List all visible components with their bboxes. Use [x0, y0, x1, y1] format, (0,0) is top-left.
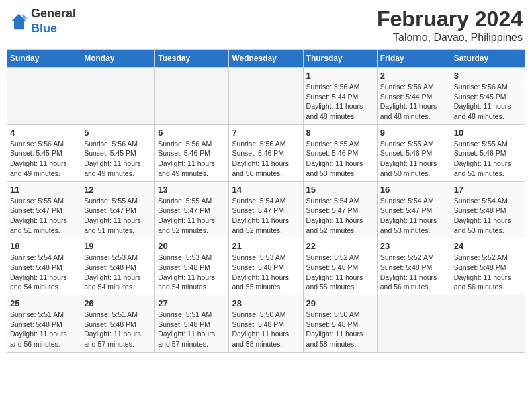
- title-block: February 2024 Talomo, Davao, Philippines: [377, 7, 523, 44]
- day-cell: 14Sunrise: 5:54 AM Sunset: 5:47 PM Dayli…: [229, 181, 303, 238]
- day-info: Sunrise: 5:51 AM Sunset: 5:48 PM Dayligh…: [158, 310, 226, 349]
- day-number: 20: [158, 241, 226, 251]
- day-info: Sunrise: 5:56 AM Sunset: 5:45 PM Dayligh…: [454, 82, 522, 122]
- header-saturday: Saturday: [451, 50, 525, 68]
- day-number: 22: [306, 241, 374, 251]
- day-info: Sunrise: 5:56 AM Sunset: 5:46 PM Dayligh…: [232, 139, 300, 179]
- day-number: 6: [158, 128, 226, 138]
- day-info: Sunrise: 5:53 AM Sunset: 5:48 PM Dayligh…: [84, 253, 152, 292]
- day-number: 3: [454, 71, 522, 81]
- day-number: 11: [10, 185, 78, 195]
- day-number: 9: [380, 128, 448, 138]
- day-cell: 4Sunrise: 5:56 AM Sunset: 5:45 PM Daylig…: [7, 124, 81, 181]
- day-number: 19: [84, 241, 152, 251]
- day-info: Sunrise: 5:56 AM Sunset: 5:45 PM Dayligh…: [10, 139, 78, 179]
- day-cell: [81, 68, 155, 125]
- day-cell: 16Sunrise: 5:54 AM Sunset: 5:47 PM Dayli…: [377, 181, 451, 238]
- day-cell: 11Sunrise: 5:55 AM Sunset: 5:47 PM Dayli…: [7, 181, 81, 238]
- day-cell: [451, 295, 525, 353]
- day-info: Sunrise: 5:55 AM Sunset: 5:46 PM Dayligh…: [454, 139, 522, 179]
- day-number: 5: [84, 128, 152, 138]
- day-info: Sunrise: 5:50 AM Sunset: 5:48 PM Dayligh…: [306, 310, 374, 349]
- day-number: 12: [84, 185, 152, 195]
- day-number: 16: [380, 185, 448, 195]
- day-cell: 29Sunrise: 5:50 AM Sunset: 5:48 PM Dayli…: [303, 295, 377, 353]
- day-number: 13: [158, 185, 226, 195]
- day-info: Sunrise: 5:56 AM Sunset: 5:44 PM Dayligh…: [306, 82, 374, 122]
- day-cell: 24Sunrise: 5:52 AM Sunset: 5:48 PM Dayli…: [451, 238, 525, 295]
- day-info: Sunrise: 5:51 AM Sunset: 5:48 PM Dayligh…: [10, 310, 78, 349]
- day-info: Sunrise: 5:55 AM Sunset: 5:47 PM Dayligh…: [10, 196, 78, 236]
- calendar-table: SundayMondayTuesdayWednesdayThursdayFrid…: [7, 49, 525, 353]
- day-cell: 13Sunrise: 5:55 AM Sunset: 5:47 PM Dayli…: [155, 181, 229, 238]
- day-info: Sunrise: 5:53 AM Sunset: 5:48 PM Dayligh…: [158, 253, 226, 292]
- day-info: Sunrise: 5:56 AM Sunset: 5:45 PM Dayligh…: [84, 139, 152, 179]
- day-cell: [7, 68, 81, 125]
- day-number: 18: [10, 241, 78, 251]
- day-cell: 17Sunrise: 5:54 AM Sunset: 5:48 PM Dayli…: [451, 181, 525, 238]
- logo-line1: General: [31, 7, 76, 21]
- day-cell: 12Sunrise: 5:55 AM Sunset: 5:47 PM Dayli…: [81, 181, 155, 238]
- day-info: Sunrise: 5:52 AM Sunset: 5:48 PM Dayligh…: [380, 253, 448, 292]
- day-cell: 8Sunrise: 5:55 AM Sunset: 5:46 PM Daylig…: [303, 124, 377, 181]
- day-info: Sunrise: 5:53 AM Sunset: 5:48 PM Dayligh…: [232, 253, 300, 292]
- week-row-3: 11Sunrise: 5:55 AM Sunset: 5:47 PM Dayli…: [7, 181, 525, 238]
- day-info: Sunrise: 5:56 AM Sunset: 5:46 PM Dayligh…: [158, 139, 226, 179]
- day-cell: 10Sunrise: 5:55 AM Sunset: 5:46 PM Dayli…: [451, 124, 525, 181]
- day-cell: 19Sunrise: 5:53 AM Sunset: 5:48 PM Dayli…: [81, 238, 155, 295]
- logo-icon: [9, 12, 28, 31]
- header-wednesday: Wednesday: [229, 50, 303, 68]
- day-cell: 1Sunrise: 5:56 AM Sunset: 5:44 PM Daylig…: [303, 68, 377, 125]
- day-info: Sunrise: 5:54 AM Sunset: 5:47 PM Dayligh…: [380, 196, 448, 236]
- day-info: Sunrise: 5:50 AM Sunset: 5:48 PM Dayligh…: [232, 310, 300, 349]
- day-number: 17: [454, 185, 522, 195]
- day-number: 1: [306, 71, 374, 81]
- calendar-subtitle: Talomo, Davao, Philippines: [377, 32, 523, 44]
- logo-line2: Blue: [31, 21, 76, 36]
- day-cell: [229, 68, 303, 125]
- day-info: Sunrise: 5:54 AM Sunset: 5:47 PM Dayligh…: [232, 196, 300, 236]
- svg-marker-1: [23, 13, 28, 18]
- day-cell: 23Sunrise: 5:52 AM Sunset: 5:48 PM Dayli…: [377, 238, 451, 295]
- header-monday: Monday: [81, 50, 155, 68]
- calendar-title: February 2024: [377, 7, 523, 32]
- day-info: Sunrise: 5:55 AM Sunset: 5:46 PM Dayligh…: [306, 139, 374, 179]
- day-cell: [155, 68, 229, 125]
- header-sunday: Sunday: [7, 50, 81, 68]
- day-cell: 27Sunrise: 5:51 AM Sunset: 5:48 PM Dayli…: [155, 295, 229, 353]
- day-cell: 28Sunrise: 5:50 AM Sunset: 5:48 PM Dayli…: [229, 295, 303, 353]
- day-cell: 2Sunrise: 5:56 AM Sunset: 5:44 PM Daylig…: [377, 68, 451, 125]
- day-cell: 9Sunrise: 5:55 AM Sunset: 5:46 PM Daylig…: [377, 124, 451, 181]
- day-cell: 3Sunrise: 5:56 AM Sunset: 5:45 PM Daylig…: [451, 68, 525, 125]
- day-number: 21: [232, 241, 300, 251]
- day-number: 28: [232, 298, 300, 308]
- day-number: 14: [232, 185, 300, 195]
- page-header: General Blue February 2024 Talomo, Davao…: [7, 7, 525, 44]
- day-info: Sunrise: 5:51 AM Sunset: 5:48 PM Dayligh…: [84, 310, 152, 349]
- day-info: Sunrise: 5:55 AM Sunset: 5:47 PM Dayligh…: [84, 196, 152, 236]
- week-row-1: 1Sunrise: 5:56 AM Sunset: 5:44 PM Daylig…: [7, 68, 525, 125]
- day-number: 25: [10, 298, 78, 308]
- day-cell: 7Sunrise: 5:56 AM Sunset: 5:46 PM Daylig…: [229, 124, 303, 181]
- week-row-4: 18Sunrise: 5:54 AM Sunset: 5:48 PM Dayli…: [7, 238, 525, 295]
- day-info: Sunrise: 5:52 AM Sunset: 5:48 PM Dayligh…: [454, 253, 522, 292]
- day-cell: 22Sunrise: 5:52 AM Sunset: 5:48 PM Dayli…: [303, 238, 377, 295]
- day-cell: 15Sunrise: 5:54 AM Sunset: 5:47 PM Dayli…: [303, 181, 377, 238]
- logo: General Blue: [9, 7, 76, 36]
- day-cell: 20Sunrise: 5:53 AM Sunset: 5:48 PM Dayli…: [155, 238, 229, 295]
- day-number: 2: [380, 71, 448, 81]
- day-number: 23: [380, 241, 448, 251]
- day-number: 24: [454, 241, 522, 251]
- day-number: 27: [158, 298, 226, 308]
- day-number: 8: [306, 128, 374, 138]
- day-number: 10: [454, 128, 522, 138]
- header-friday: Friday: [377, 50, 451, 68]
- day-cell: 25Sunrise: 5:51 AM Sunset: 5:48 PM Dayli…: [7, 295, 81, 353]
- day-cell: [377, 295, 451, 353]
- day-info: Sunrise: 5:52 AM Sunset: 5:48 PM Dayligh…: [306, 253, 374, 292]
- day-info: Sunrise: 5:54 AM Sunset: 5:48 PM Dayligh…: [454, 196, 522, 236]
- week-row-2: 4Sunrise: 5:56 AM Sunset: 5:45 PM Daylig…: [7, 124, 525, 181]
- day-info: Sunrise: 5:55 AM Sunset: 5:46 PM Dayligh…: [380, 139, 448, 179]
- day-number: 26: [84, 298, 152, 308]
- header-row: SundayMondayTuesdayWednesdayThursdayFrid…: [7, 50, 525, 68]
